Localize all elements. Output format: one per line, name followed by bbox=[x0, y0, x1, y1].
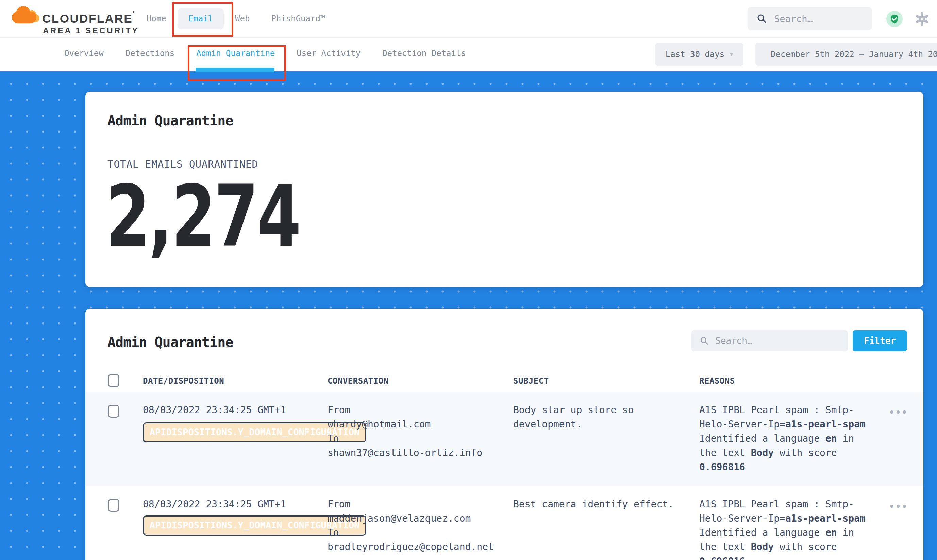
reason-segment: Body bbox=[751, 447, 774, 458]
reason-segment: Identified a language bbox=[699, 527, 826, 538]
page: CLOUDFLARE’ AREA 1 SECURITY HomeEmailWeb… bbox=[0, 0, 937, 560]
quarantine-card-title: Admin Quarantine bbox=[108, 334, 233, 350]
to-address: bradleyrodriguez@copeland.net bbox=[327, 540, 513, 554]
summary-card-title: Admin Quarantine bbox=[108, 113, 233, 128]
period-selector-label: Last 30 days bbox=[665, 49, 724, 59]
row-lead-spacer bbox=[85, 392, 108, 486]
table-row[interactable]: 08/03/2022 23:34:25 GMT+1APIDISPOSITIONS… bbox=[85, 392, 923, 486]
email-section-nav: OverviewDetectionsAdmin QuarantineUser A… bbox=[0, 38, 937, 71]
date-range-label: December 5th 2022 — January 4th 2023 bbox=[771, 49, 937, 59]
section-tabs: OverviewDetectionsAdmin QuarantineUser A… bbox=[64, 49, 466, 58]
global-search bbox=[747, 7, 872, 30]
top-header: CLOUDFLARE’ AREA 1 SECURITY HomeEmailWeb… bbox=[0, 0, 937, 38]
to-address: shawn37@castillo-ortiz.info bbox=[327, 446, 513, 460]
tab-overview[interactable]: Overview bbox=[64, 49, 104, 58]
column-header-conversation: CONVERSATION bbox=[327, 371, 513, 392]
reason-segment: with score bbox=[774, 447, 837, 458]
protection-status-badge[interactable] bbox=[886, 11, 903, 27]
reasons-cell: A1S IPBL Pearl spam : Smtp-Helo-Server-I… bbox=[699, 486, 889, 560]
row-checkbox-cell bbox=[108, 486, 143, 560]
subject-cell: Body star up store so development. bbox=[513, 392, 699, 486]
reason-segment: 0.696816 bbox=[699, 462, 745, 473]
active-tab-underline bbox=[196, 68, 275, 72]
from-address: maddenjason@velazquez.com bbox=[327, 511, 513, 526]
shield-check-icon bbox=[889, 13, 900, 25]
date-range-display[interactable]: December 5th 2022 — January 4th 2023 bbox=[755, 43, 937, 66]
row-actions-button[interactable]: ••• bbox=[889, 408, 908, 418]
reason-segment: a1s-pearl-spam bbox=[785, 418, 866, 430]
table-header-row: DATE/DISPOSITION CONVERSATION SUBJECT RE… bbox=[85, 371, 923, 392]
brand-subtitle: AREA 1 SECURITY bbox=[43, 26, 139, 35]
quarantine-table-card: Admin Quarantine Filter DATE/DISPOSITION… bbox=[85, 309, 923, 560]
tab-detections[interactable]: Detections bbox=[125, 49, 175, 58]
row-checkbox-cell bbox=[108, 392, 143, 486]
cloudflare-logo-icon bbox=[11, 5, 40, 25]
brand-name: CLOUDFLARE’ bbox=[42, 10, 134, 26]
tab-detection-details[interactable]: Detection Details bbox=[382, 49, 466, 58]
chevron-down-icon: ▼ bbox=[730, 51, 733, 57]
period-selector[interactable]: Last 30 days ▼ bbox=[655, 43, 744, 66]
quarantine-table: DATE/DISPOSITION CONVERSATION SUBJECT RE… bbox=[85, 371, 923, 560]
filter-button[interactable]: Filter bbox=[853, 330, 907, 351]
reason-segment: en bbox=[826, 527, 837, 538]
summary-card: Admin Quarantine TOTAL EMAILS QUARANTINE… bbox=[85, 92, 923, 287]
from-label: From bbox=[327, 497, 513, 511]
row-actions-button[interactable]: ••• bbox=[889, 502, 908, 512]
header-nav-phishguard[interactable]: PhishGuard™ bbox=[271, 14, 325, 23]
reason-segment: 0.696816 bbox=[699, 555, 745, 560]
settings-gear-icon[interactable] bbox=[915, 12, 929, 26]
total-quarantined-value: 2,274 bbox=[106, 174, 300, 259]
header-nav-home[interactable]: Home bbox=[147, 14, 166, 23]
tab-user-activity[interactable]: User Activity bbox=[296, 49, 361, 58]
select-all-checkbox[interactable] bbox=[108, 374, 119, 387]
to-label: To bbox=[327, 432, 513, 446]
table-row[interactable]: 08/03/2022 23:34:25 GMT+1APIDISPOSITIONS… bbox=[85, 486, 923, 560]
row-date: 08/03/2022 23:34:25 GMT+1 bbox=[143, 497, 327, 511]
reasons-text: A1S IPBL Pearl spam : Smtp-Helo-Server-I… bbox=[699, 497, 871, 560]
subject-text: Best camera identify effect. bbox=[513, 497, 685, 511]
conversation-cell: Frommaddenjason@velazquez.comTobradleyro… bbox=[327, 486, 513, 560]
header-nav-email[interactable]: Email bbox=[178, 9, 224, 29]
reason-segment: en bbox=[826, 433, 837, 444]
table-search-input[interactable] bbox=[715, 335, 832, 346]
conversation-cell: Fromwhardy@hotmail.comToshawn37@castillo… bbox=[327, 392, 513, 486]
row-actions-cell: ••• bbox=[889, 392, 923, 486]
row-checkbox[interactable] bbox=[108, 499, 119, 512]
reason-segment: a1s-pearl-spam bbox=[785, 513, 866, 524]
table-search bbox=[692, 330, 848, 351]
to-label: To bbox=[327, 526, 513, 540]
reasons-cell: A1S IPBL Pearl spam : Smtp-Helo-Server-I… bbox=[699, 392, 889, 486]
search-icon bbox=[699, 336, 709, 346]
from-label: From bbox=[327, 403, 513, 417]
subject-text: Body star up store so development. bbox=[513, 403, 685, 432]
brand-trademark: ’ bbox=[133, 10, 134, 17]
table-body: 08/03/2022 23:34:25 GMT+1APIDISPOSITIONS… bbox=[85, 392, 923, 560]
reason-segment: Body bbox=[751, 541, 774, 552]
header-nav: HomeEmailWebPhishGuard™ bbox=[147, 8, 325, 29]
subject-cell: Best camera identify effect. bbox=[513, 486, 699, 560]
column-header-reasons: REASONS bbox=[699, 371, 889, 392]
header-nav-web[interactable]: Web bbox=[235, 14, 250, 23]
reasons-text: A1S IPBL Pearl spam : Smtp-Helo-Server-I… bbox=[699, 403, 871, 474]
search-icon bbox=[756, 13, 767, 24]
header-lead-spacer bbox=[85, 371, 108, 392]
reason-segment: with score bbox=[774, 541, 837, 552]
header-actions-spacer bbox=[889, 371, 923, 392]
row-checkbox[interactable] bbox=[108, 405, 119, 418]
reason-segment: Identified a language bbox=[699, 433, 826, 444]
row-date: 08/03/2022 23:34:25 GMT+1 bbox=[143, 403, 327, 417]
column-header-date-disposition: DATE/DISPOSITION bbox=[143, 371, 327, 392]
row-actions-cell: ••• bbox=[889, 486, 923, 560]
tab-admin-quarantine[interactable]: Admin Quarantine bbox=[196, 49, 275, 58]
global-search-input[interactable] bbox=[773, 13, 863, 25]
column-header-subject: SUBJECT bbox=[513, 371, 699, 392]
row-lead-spacer bbox=[85, 486, 108, 560]
from-address: whardy@hotmail.com bbox=[327, 417, 513, 432]
